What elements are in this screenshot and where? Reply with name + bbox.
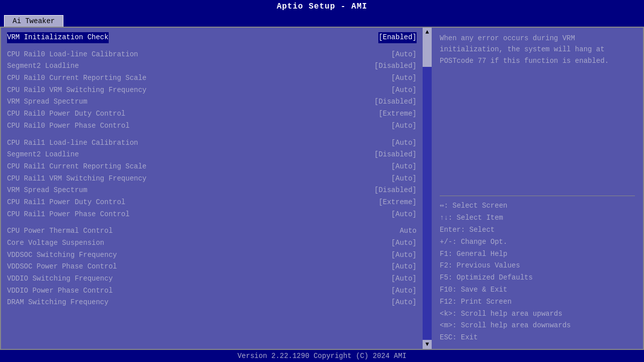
- setting-value: [Auto]: [391, 85, 417, 96]
- app-title: Aptio Setup - AMI: [277, 2, 367, 11]
- setting-value: [Auto]: [391, 121, 417, 132]
- setting-name: CPU Rail1 Current Reporting Scale: [7, 161, 146, 172]
- setting-name: CPU Rail0 VRM Switching Frequency: [7, 85, 146, 96]
- setting-value: [Disabled]: [374, 149, 417, 160]
- setting-value: [Auto]: [391, 138, 417, 149]
- main-content: VRM Initialization Check[Enabled]CPU Rai…: [0, 27, 644, 350]
- setting-name: VDDSOC Power Phase Control: [7, 261, 117, 273]
- setting-row[interactable]: CPU Rail1 VRM Switching Frequency[Auto]: [7, 173, 417, 185]
- setting-name: CPU Rail0 Current Reporting Scale: [7, 73, 146, 84]
- setting-row[interactable]: Segment2 Loadline[Disabled]: [7, 60, 417, 72]
- help-key-item: F1: General Help: [440, 248, 635, 260]
- setting-row[interactable]: DRAM Switching Frequency[Auto]: [7, 297, 417, 309]
- help-key-item: <m>: Scroll help area downwards: [440, 320, 635, 332]
- setting-name: CPU Power Thermal Control: [7, 226, 113, 237]
- tab-ai-tweaker[interactable]: Ai Tweaker: [4, 15, 63, 27]
- setting-value: [Auto]: [391, 173, 417, 185]
- setting-value: [Auto]: [391, 209, 417, 220]
- setting-row[interactable]: VDDSOC Power Phase Control[Auto]: [7, 261, 417, 273]
- setting-value: [Extreme]: [378, 197, 417, 208]
- help-key-item: ↑↓: Select Item: [440, 212, 635, 224]
- setting-row[interactable]: CPU Rail1 Power Phase Control[Auto]: [7, 209, 417, 221]
- setting-value: [Auto]: [391, 261, 417, 273]
- setting-row[interactable]: CPU Rail1 Current Reporting Scale[Auto]: [7, 161, 417, 173]
- setting-row[interactable]: VRM Spread Spectrum[Disabled]: [7, 96, 417, 108]
- setting-row[interactable]: CPU Rail0 Current Reporting Scale[Auto]: [7, 72, 417, 84]
- help-key-item: +/-: Change Opt.: [440, 236, 635, 248]
- help-key-item: F2: Previous Values: [440, 260, 635, 272]
- help-key-item: F5: Optimized Defaults: [440, 272, 635, 284]
- footer: Version 2.22.1290 Copyright (C) 2024 AMI: [0, 350, 644, 362]
- setting-name: CPU Rail1 Power Duty Control: [7, 197, 125, 208]
- setting-value: [Auto]: [391, 49, 417, 60]
- setting-row[interactable]: Core Voltage Suspension[Auto]: [7, 237, 417, 249]
- setting-value: [Auto]: [391, 274, 417, 285]
- setting-row[interactable]: CPU Rail1 Power Duty Control[Extreme]: [7, 197, 417, 209]
- setting-row[interactable]: VDDSOC Switching Frequency[Auto]: [7, 249, 417, 261]
- setting-value: [Auto]: [391, 297, 417, 308]
- version-text: Version 2.22.1290 Copyright (C) 2024 AMI: [237, 352, 407, 360]
- setting-row[interactable]: CPU Power Thermal ControlAuto: [7, 225, 417, 237]
- help-key-item: ⇔: Select Screen: [440, 200, 635, 212]
- setting-name: VDDSOC Switching Frequency: [7, 250, 117, 261]
- setting-row[interactable]: CPU Rail0 Power Phase Control[Auto]: [7, 120, 417, 132]
- setting-value: [Disabled]: [374, 185, 417, 196]
- setting-value: [Auto]: [391, 161, 417, 172]
- setting-name: Core Voltage Suspension: [7, 238, 104, 249]
- help-description: When any error occurs during VRM initial…: [440, 33, 635, 192]
- setting-value: [Enabled]: [378, 32, 417, 43]
- setting-name: VRM Spread Spectrum: [7, 97, 88, 108]
- setting-row[interactable]: CPU Rail0 Power Duty Control[Extreme]: [7, 108, 417, 120]
- help-key-item: ESC: Exit: [440, 332, 635, 344]
- setting-value: [Auto]: [391, 250, 417, 261]
- help-key-item: <k>: Scroll help area upwards: [440, 308, 635, 320]
- setting-value: [Auto]: [391, 286, 417, 297]
- setting-name: CPU Rail0 Load-line Calibration: [7, 49, 138, 60]
- help-keys: ⇔: Select Screen↑↓: Select ItemEnter: Se…: [440, 200, 635, 344]
- help-key-item: F12: Print Screen: [440, 296, 635, 308]
- setting-name: CPU Rail0 Power Phase Control: [7, 121, 130, 132]
- tab-bar: Ai Tweaker: [0, 13, 644, 27]
- scrollbar[interactable]: ▲ ▼: [423, 28, 432, 349]
- setting-value: [Disabled]: [374, 97, 417, 108]
- help-panel: When any error occurs during VRM initial…: [432, 28, 643, 349]
- setting-row[interactable]: CPU Rail1 Load-line Calibration[Auto]: [7, 137, 417, 149]
- setting-value: Auto: [399, 226, 417, 237]
- setting-row[interactable]: VDDIO Power Phase Control[Auto]: [7, 285, 417, 297]
- scroll-up-button[interactable]: ▲: [423, 28, 432, 37]
- setting-spacer: [7, 220, 417, 225]
- setting-spacer: [7, 44, 417, 49]
- setting-row[interactable]: VRM Spread Spectrum[Disabled]: [7, 185, 417, 197]
- setting-row[interactable]: CPU Rail0 Load-line Calibration[Auto]: [7, 49, 417, 61]
- scroll-down-button[interactable]: ▼: [423, 340, 432, 349]
- setting-name: VDDIO Switching Frequency: [7, 274, 113, 285]
- scroll-track: [423, 37, 432, 340]
- setting-name: VRM Spread Spectrum: [7, 185, 88, 196]
- setting-name: CPU Rail1 Power Phase Control: [7, 209, 130, 220]
- title-bar: Aptio Setup - AMI: [0, 0, 644, 13]
- setting-name: DRAM Switching Frequency: [7, 297, 109, 308]
- setting-value: [Auto]: [391, 73, 417, 84]
- settings-panel: VRM Initialization Check[Enabled]CPU Rai…: [1, 28, 423, 349]
- setting-name: VDDIO Power Phase Control: [7, 286, 113, 297]
- setting-name: Segment2 Loadline: [7, 149, 79, 160]
- scroll-thumb[interactable]: [423, 37, 432, 67]
- setting-name: CPU Rail1 Load-line Calibration: [7, 138, 138, 149]
- setting-value: [Auto]: [391, 238, 417, 249]
- setting-name: VRM Initialization Check: [7, 32, 109, 43]
- help-key-item: Enter: Select: [440, 224, 635, 236]
- setting-spacer: [7, 132, 417, 137]
- help-key-item: F10: Save & Exit: [440, 284, 635, 296]
- setting-row[interactable]: CPU Rail0 VRM Switching Frequency[Auto]: [7, 84, 417, 97]
- help-divider: [440, 196, 635, 196]
- setting-row[interactable]: VDDIO Switching Frequency[Auto]: [7, 273, 417, 285]
- setting-value: [Disabled]: [374, 61, 417, 72]
- setting-value: [Extreme]: [378, 109, 417, 120]
- setting-row[interactable]: Segment2 Loadline[Disabled]: [7, 149, 417, 161]
- setting-name: CPU Rail0 Power Duty Control: [7, 109, 125, 120]
- setting-name: CPU Rail1 VRM Switching Frequency: [7, 173, 146, 185]
- setting-row[interactable]: VRM Initialization Check[Enabled]: [7, 32, 417, 44]
- setting-name: Segment2 Loadline: [7, 61, 79, 72]
